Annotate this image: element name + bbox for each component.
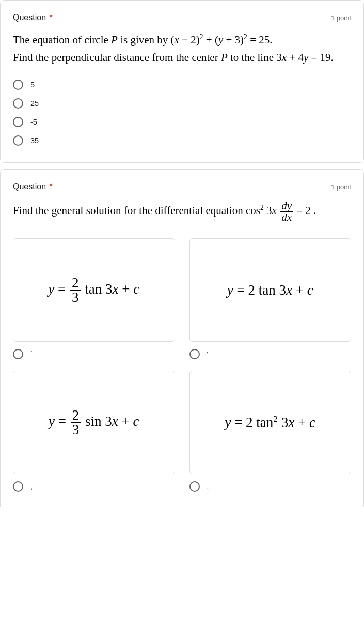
question-body: The equation of circle P is given by (x …	[13, 32, 351, 66]
option-row[interactable]: .	[189, 474, 352, 495]
equation: y = 23 tan 3x + c	[48, 276, 139, 305]
question-body-prefix: Find the general solution for the differ…	[13, 205, 260, 217]
option-label: 25	[30, 99, 39, 108]
required-asterisk: *	[50, 182, 53, 191]
radio-icon[interactable]	[189, 481, 200, 492]
option-row[interactable]: 35	[13, 131, 351, 150]
option-row[interactable]: 25	[13, 94, 351, 113]
option-row[interactable]: 5	[13, 75, 351, 94]
radio-icon[interactable]	[13, 135, 23, 146]
required-asterisk: *	[50, 13, 53, 22]
option-row[interactable]: -5	[13, 113, 351, 131]
question-title-text: Question	[13, 182, 46, 191]
option-label: '	[207, 350, 209, 358]
question-title: Question *	[13, 182, 53, 191]
radio-icon[interactable]	[13, 80, 23, 90]
question-header: Question * 1 point	[13, 13, 351, 22]
question-title: Question *	[13, 13, 53, 22]
option-label: `	[30, 350, 33, 358]
radio-icon[interactable]	[13, 349, 23, 359]
question-title-text: Question	[13, 13, 46, 22]
question-header: Question * 1 point	[13, 182, 351, 191]
image-option-card[interactable]: y = 23 tan 3x + c	[13, 238, 175, 342]
question-body-suffix: = 2 .	[294, 205, 316, 217]
question-points: 1 point	[331, 14, 351, 22]
radio-icon[interactable]	[13, 117, 23, 127]
option-label: 35	[30, 136, 39, 145]
image-option-block: y = 23 sin 3x + c ,	[13, 371, 175, 495]
option-label: 5	[30, 81, 35, 89]
image-option-card[interactable]: y = 23 sin 3x + c	[13, 371, 175, 474]
option-label: ,	[30, 482, 33, 491]
radio-icon[interactable]	[13, 481, 23, 492]
equation: y = 23 sin 3x + c	[49, 408, 139, 437]
option-label: -5	[30, 118, 37, 126]
image-option-card[interactable]: y = 2 tan2 3x + c	[189, 371, 352, 474]
equation: y = 2 tan 3x + c	[227, 282, 313, 298]
image-option-block: y = 23 tan 3x + c `	[13, 238, 175, 362]
image-option-block: y = 2 tan2 3x + c .	[189, 371, 352, 495]
option-row[interactable]: ,	[13, 474, 175, 495]
image-options-grid: y = 23 tan 3x + c ` y = 2 tan 3x + c ' y…	[13, 238, 351, 495]
radio-icon[interactable]	[13, 98, 23, 109]
option-label: .	[207, 482, 209, 491]
question-points: 1 point	[331, 183, 351, 191]
option-row[interactable]: '	[189, 342, 352, 362]
question-card-1: Question * 1 point The equation of circl…	[0, 0, 364, 163]
image-option-block: y = 2 tan 3x + c '	[189, 238, 352, 362]
option-row[interactable]: `	[13, 342, 175, 362]
image-option-card[interactable]: y = 2 tan 3x + c	[189, 238, 352, 342]
question-body: Find the general solution for the differ…	[13, 201, 351, 223]
equation: y = 2 tan2 3x + c	[225, 415, 315, 431]
radio-icon[interactable]	[189, 349, 200, 359]
question-card-2: Question * 1 point Find the general solu…	[0, 169, 364, 507]
